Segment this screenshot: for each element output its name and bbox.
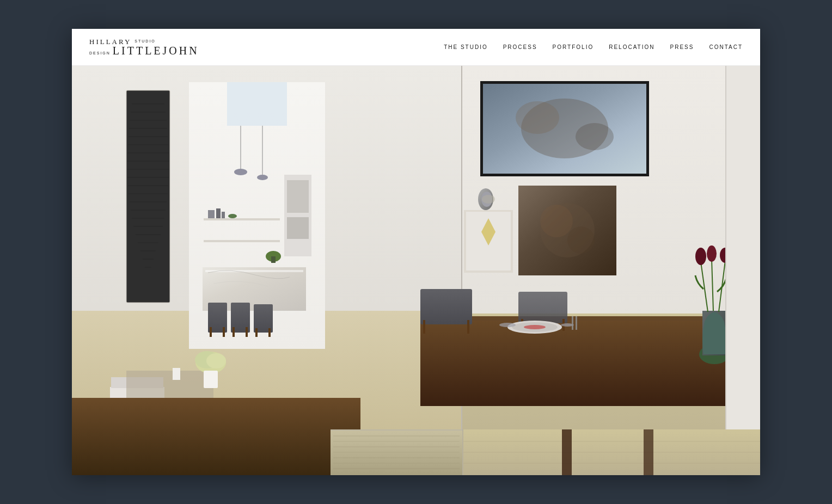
svg-point-91 xyxy=(499,323,516,327)
svg-point-90 xyxy=(524,325,546,329)
svg-point-36 xyxy=(234,169,247,175)
svg-rect-104 xyxy=(725,66,726,475)
svg-rect-28 xyxy=(205,270,303,272)
svg-rect-45 xyxy=(246,327,248,337)
svg-rect-46 xyxy=(255,328,258,337)
logo-littlejohn: LITTLEJOHN xyxy=(113,45,199,56)
svg-rect-33 xyxy=(222,212,225,218)
svg-rect-94 xyxy=(576,316,577,330)
site-header: HILLARY STUDIO DESIGN LITTLEJOHN THE STU… xyxy=(72,29,760,66)
svg-rect-42 xyxy=(210,327,212,337)
browser-window: HILLARY STUDIO DESIGN LITTLEJOHN THE STU… xyxy=(72,29,760,475)
svg-rect-26 xyxy=(227,82,287,126)
svg-point-101 xyxy=(707,245,717,262)
svg-rect-2 xyxy=(126,90,170,303)
svg-rect-56 xyxy=(126,371,213,398)
svg-rect-119 xyxy=(562,429,572,475)
svg-point-34 xyxy=(228,214,237,218)
svg-rect-50 xyxy=(287,217,309,239)
svg-rect-62 xyxy=(461,66,462,475)
svg-point-68 xyxy=(516,101,559,134)
svg-point-60 xyxy=(206,353,226,368)
room-mosaic xyxy=(72,66,760,475)
svg-rect-84 xyxy=(467,320,469,334)
nav-press[interactable]: PRESS xyxy=(670,44,694,50)
svg-point-69 xyxy=(576,123,614,150)
svg-rect-47 xyxy=(268,328,271,337)
nav-relocation[interactable]: RELOCATION xyxy=(609,44,654,50)
nav-process[interactable]: PROCESS xyxy=(503,44,537,50)
svg-point-72 xyxy=(482,195,495,204)
nav-contact[interactable]: CONTACT xyxy=(709,44,743,50)
svg-point-75 xyxy=(540,205,573,237)
logo-design: DESIGN xyxy=(89,51,111,55)
svg-rect-53 xyxy=(72,398,360,475)
svg-rect-82 xyxy=(420,289,472,324)
svg-rect-61 xyxy=(204,371,218,388)
svg-point-100 xyxy=(695,248,706,265)
svg-rect-103 xyxy=(725,66,760,475)
hero-image-area xyxy=(72,66,760,475)
svg-rect-32 xyxy=(216,208,221,218)
logo[interactable]: HILLARY STUDIO DESIGN LITTLEJOHN xyxy=(89,38,199,56)
svg-rect-93 xyxy=(572,316,573,330)
svg-point-38 xyxy=(257,175,268,180)
logo-studio: STUDIO xyxy=(134,39,155,43)
nav-the-studio[interactable]: THE STUDIO xyxy=(444,44,488,50)
svg-rect-83 xyxy=(423,320,425,334)
svg-point-76 xyxy=(567,226,595,254)
svg-rect-57 xyxy=(173,368,180,380)
svg-rect-30 xyxy=(204,240,280,242)
svg-rect-31 xyxy=(208,210,215,218)
svg-rect-114 xyxy=(462,429,463,475)
svg-rect-44 xyxy=(233,327,235,337)
main-nav: THE STUDIO PROCESS PORTFOLIO RELOCATION … xyxy=(444,44,743,50)
svg-rect-120 xyxy=(644,429,653,475)
nav-portfolio[interactable]: PORTFOLIO xyxy=(553,44,594,50)
svg-rect-52 xyxy=(271,256,276,263)
svg-rect-43 xyxy=(223,327,225,337)
logo-bottom-row: DESIGN LITTLEJOHN xyxy=(89,45,199,56)
svg-rect-85 xyxy=(518,292,567,323)
svg-rect-29 xyxy=(204,218,280,220)
svg-rect-49 xyxy=(287,180,309,213)
